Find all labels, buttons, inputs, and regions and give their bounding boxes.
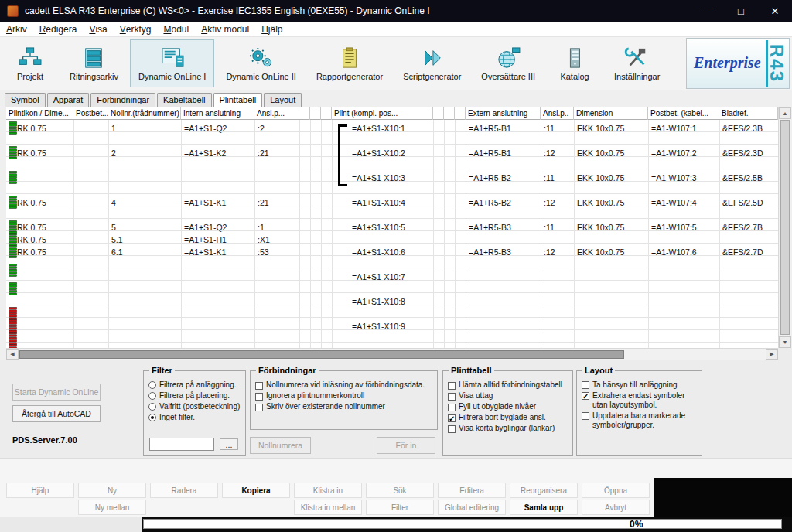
toolbar-katalog[interactable]: Katalog bbox=[547, 39, 603, 87]
action-global-editering-button[interactable]: Global editering bbox=[438, 500, 506, 515]
toolbar-översättare-iii[interactable]: Översättare III bbox=[473, 39, 544, 87]
action-kopiera-button[interactable]: Kopiera bbox=[222, 483, 290, 498]
checkbox-nollnumrera-vid-inläsning-av-förbindningsdata[interactable]: Nollnumrera vid inläsning av förbindning… bbox=[255, 380, 425, 390]
panel-starta-dynamic-online-button[interactable]: Starta Dynamic OnLine bbox=[12, 384, 101, 401]
cell-bladref[interactable]: &EFS/2.3D bbox=[722, 148, 778, 160]
toolbar-rapportgenerator[interactable]: Rapportgenerator bbox=[308, 39, 391, 87]
menu-modul[interactable]: Modul bbox=[157, 22, 195, 36]
panel-återgå-till-autocad-button[interactable]: Återgå till AutoCAD bbox=[12, 405, 101, 422]
column-header-postbet[interactable]: Postbet... bbox=[73, 107, 108, 120]
cell-extern-anslutning[interactable]: =A1+R5-B3 bbox=[469, 247, 541, 259]
cell-postbeteckning[interactable]: =A1-W107:4 bbox=[651, 197, 719, 210]
column-header[interactable] bbox=[299, 107, 310, 120]
menu-hjälp[interactable]: Hjälp bbox=[255, 22, 288, 36]
action-ny-mellan-button[interactable]: Ny mellan bbox=[78, 500, 146, 515]
cell-anslutningspunkt[interactable]: :X1 bbox=[258, 234, 299, 247]
vertical-scroll-thumb[interactable] bbox=[780, 120, 790, 335]
cell-extern-anslutning[interactable]: =A1+R5-B3 bbox=[469, 222, 541, 234]
action-klistra-in-mellan-button[interactable]: Klistra in mellan bbox=[294, 500, 362, 515]
cell-anslutningspunkt[interactable]: :11 bbox=[544, 123, 574, 135]
toolbar-inställningar[interactable]: Inställningar bbox=[606, 39, 668, 87]
tab-plinttabell[interactable]: Plinttabell bbox=[213, 93, 263, 107]
cell-extern-anslutning[interactable]: =A1+R5-B2 bbox=[469, 172, 541, 185]
cell-plint[interactable]: =A1+S1-X10:2 bbox=[352, 148, 432, 160]
column-header-plintikon-dime[interactable]: Plintikon / Dime... bbox=[6, 107, 73, 120]
column-header-postbet-kabel[interactable]: Postbet. (kabel... bbox=[648, 107, 719, 120]
cell-dimension[interactable]: EKK 10x0.75 bbox=[577, 247, 648, 259]
cell-plint[interactable]: =A1+S1-X10:5 bbox=[352, 222, 432, 234]
checkbox-ignorera-plintnummerkontroll[interactable]: Ignorera plintnummerkontroll bbox=[255, 391, 364, 401]
radio-filtrera-på-anläggning[interactable]: Filtrera på anläggning. bbox=[148, 380, 237, 390]
close-button[interactable]: ✕ bbox=[758, 0, 792, 22]
toolbar-dynamic-online-ii[interactable]: Dynamic OnLine II bbox=[217, 39, 304, 87]
column-header-dimension[interactable]: Dimension bbox=[574, 107, 648, 120]
checkbox-extrahera-endast-symboler-utan-layoutsymbol[interactable]: ✓Extrahera endast symboler utan layoutsy… bbox=[582, 391, 698, 410]
cell-intern-anslutning[interactable]: =A1+S1-K1 bbox=[184, 197, 254, 210]
filter-browse-button[interactable]: ... bbox=[220, 438, 238, 450]
cell-plint[interactable]: =A1+S1-X10:4 bbox=[352, 197, 432, 210]
cell-dimension[interactable]: RK 0.75 bbox=[17, 123, 72, 135]
column-header-extern-anslutning[interactable]: Extern anslutning bbox=[466, 107, 541, 120]
checkbox-ta-hänsyn-till-anläggning[interactable]: Ta hänsyn till anläggning bbox=[582, 380, 698, 390]
cell-plint[interactable]: =A1+S1-X10:6 bbox=[352, 247, 432, 259]
action-filter-button[interactable]: Filter bbox=[366, 500, 434, 515]
cell-intern-anslutning[interactable]: =A1+S1-K2 bbox=[184, 148, 254, 160]
column-header[interactable] bbox=[444, 107, 455, 120]
action-öppna-button[interactable]: Öppna bbox=[582, 483, 650, 498]
tab-apparat[interactable]: Apparat bbox=[47, 93, 90, 107]
cell-anslutningspunkt[interactable]: :2 bbox=[258, 123, 299, 135]
tab-förbindningar[interactable]: Förbindningar bbox=[90, 93, 155, 107]
scroll-down-button[interactable]: ▼ bbox=[779, 336, 791, 348]
cell-anslutningspunkt[interactable]: :12 bbox=[544, 247, 574, 259]
cell-plint[interactable]: =A1+S1-X10:9 bbox=[352, 321, 432, 333]
cell-extern-anslutning[interactable]: =A1+R5-B1 bbox=[469, 123, 541, 135]
column-header-intern-anslutning[interactable]: Intern anslutning bbox=[181, 107, 254, 120]
column-header-ansl-p[interactable]: Ansl.p... bbox=[254, 107, 299, 120]
cell-anslutningspunkt[interactable]: :12 bbox=[544, 197, 574, 210]
cell-postbeteckning[interactable]: =A1-W107:2 bbox=[651, 148, 719, 160]
cell-postbeteckning[interactable]: =A1-W107:5 bbox=[651, 222, 719, 234]
checkbox-visa-korta-byglingar-länkar[interactable]: Visa korta byglingar (länkar) bbox=[448, 424, 555, 433]
cell-bladref[interactable]: &EFS/2.5B bbox=[722, 172, 778, 185]
cell-anslutningspunkt[interactable]: :53 bbox=[258, 247, 299, 259]
action-radera-button[interactable]: Radera bbox=[150, 483, 218, 498]
checkbox-filtrera-bort-byglade-ansl[interactable]: ✓Filtrera bort byglade ansl. bbox=[448, 413, 546, 422]
cell-extern-anslutning[interactable]: =A1+R5-B1 bbox=[469, 148, 541, 160]
action-klistra-in-button[interactable]: Klistra in bbox=[294, 483, 362, 498]
scroll-up-button[interactable]: ▲ bbox=[779, 107, 791, 119]
cell-anslutningspunkt[interactable]: :21 bbox=[258, 197, 299, 210]
tab-kabeltabell[interactable]: Kabeltabell bbox=[157, 93, 211, 107]
column-header-nollnr-trådnummer[interactable]: Nollnr.(trådnummer) bbox=[108, 107, 181, 120]
checkbox-visa-uttag[interactable]: Visa uttag bbox=[448, 391, 493, 401]
tab-symbol[interactable]: Symbol bbox=[5, 93, 46, 107]
cell-dimension[interactable]: RK 0.75 bbox=[17, 148, 72, 160]
cell-plint[interactable]: =A1+S1-X10:7 bbox=[352, 271, 432, 284]
column-header[interactable] bbox=[321, 107, 332, 120]
tab-layout[interactable]: Layout bbox=[264, 93, 302, 107]
cell-nollnr[interactable]: 5 bbox=[111, 222, 181, 234]
cell-postbeteckning[interactable]: =A1-W107:1 bbox=[651, 123, 719, 135]
action-hjälp-button[interactable]: Hjälp bbox=[6, 483, 74, 498]
cell-bladref[interactable]: &EFS/2.5D bbox=[722, 197, 778, 210]
cell-anslutningspunkt[interactable]: :11 bbox=[544, 222, 574, 234]
terminal-grid[interactable]: RK 0.751=A1+S1-Q2:2RK 0.752=A1+S1-K2:21R… bbox=[6, 120, 778, 348]
cell-dimension[interactable]: RK 0.75 bbox=[17, 197, 72, 210]
cell-nollnr[interactable]: 6.1 bbox=[111, 247, 181, 259]
vertical-scrollbar[interactable]: ▲ ▼ bbox=[778, 107, 791, 348]
checkbox-uppdatera-bara-markerade-symboler-grupper[interactable]: Uppdatera bara markerade symboler/gruppe… bbox=[582, 411, 698, 430]
menu-verktyg[interactable]: Verktyg bbox=[114, 22, 158, 36]
scroll-left-button[interactable]: ◀ bbox=[6, 349, 19, 360]
checkbox-skriv-över-existerande-nollnummer[interactable]: Skriv över existerande nollnummer bbox=[255, 402, 385, 411]
column-header-ansl-p[interactable]: Ansl.p.. bbox=[541, 107, 574, 120]
menu-arkiv[interactable]: Arkiv bbox=[0, 22, 33, 36]
horizontal-scroll-thumb[interactable] bbox=[19, 350, 624, 359]
checkbox-fyll-ut-obyglade-nivåer[interactable]: Fyll ut obyglade nivåer bbox=[448, 402, 536, 411]
radio-valfritt-postbeteckning[interactable]: Valfritt (postbeteckning) bbox=[148, 402, 240, 411]
cell-bladref[interactable]: &EFS/2.7D bbox=[722, 247, 778, 259]
column-header[interactable] bbox=[310, 107, 321, 120]
column-header[interactable] bbox=[433, 107, 444, 120]
action-avbryt-button[interactable]: Avbryt bbox=[582, 500, 650, 515]
cell-bladref[interactable]: &EFS/2.7B bbox=[722, 222, 778, 234]
cell-intern-anslutning[interactable]: =A1+S1-Q2 bbox=[184, 123, 254, 135]
cell-intern-anslutning[interactable]: =A1+S1-K1 bbox=[184, 247, 254, 259]
